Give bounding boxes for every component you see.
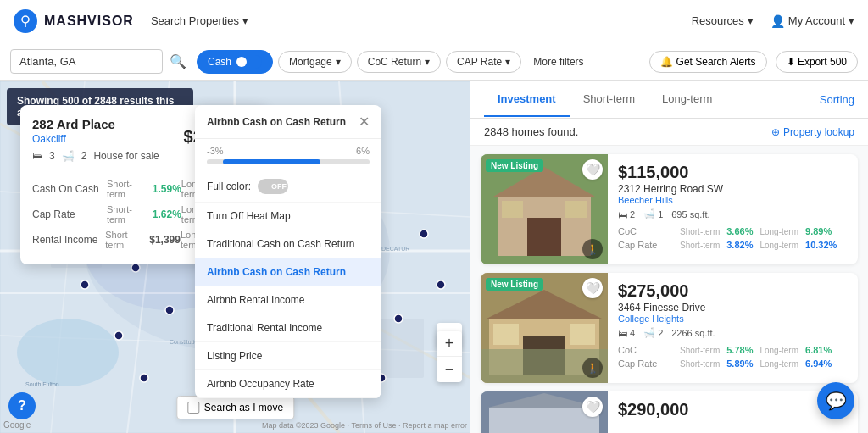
circle-icon: ⊕ <box>771 126 780 138</box>
listing-heart-button-1[interactable]: 🤍 <box>582 278 603 298</box>
card-neighborhood[interactable]: Oakcliff <box>32 133 159 145</box>
tab-short-term[interactable]: Short-term <box>570 82 648 117</box>
listing-price-1: $275,000 <box>618 281 848 301</box>
search-as-move-checkbox[interactable] <box>187 402 199 414</box>
coc-return-filter-button[interactable]: CoC Return ▾ <box>357 51 441 73</box>
location-input[interactable] <box>10 49 163 74</box>
listing-image-0: 🤍 New Listing 🚶 <box>481 154 608 264</box>
stat-label-rent: Rental Income <box>32 234 105 246</box>
svg-rect-56 <box>502 201 523 218</box>
dropdown-item-4[interactable]: Traditional Rental Income <box>195 314 381 342</box>
zoom-in-button[interactable]: + <box>437 331 462 357</box>
listing-heart-button-0[interactable]: 🤍 <box>582 159 603 180</box>
svg-rect-63 <box>570 324 595 345</box>
dropdown-item-5[interactable]: Listing Price <box>195 342 381 370</box>
listing-specs-0: 🛏 2 🛁 1 695 sq.ft. <box>618 208 848 219</box>
google-logo: Google <box>3 420 31 430</box>
card-left: 282 Ard Place Oakcliff 🛏 3 🛁 2 House for… <box>32 117 159 169</box>
cash-label: Cash <box>208 56 231 68</box>
get-search-alerts-button[interactable]: 🔔 Get Search Alerts <box>649 51 767 73</box>
stat-short-coc: Short-term 1.59% <box>107 179 181 199</box>
header: MASHVISOR Search Properties ▾ Resources … <box>0 0 868 42</box>
download-icon: ⬇ <box>787 56 795 68</box>
walk-score-button-1[interactable]: 🚶 <box>582 358 603 378</box>
bath-icon-1: 🛁 <box>643 327 655 338</box>
more-filters-button[interactable]: More filters <box>526 52 590 72</box>
export-button[interactable]: ⬇ Export 500 <box>776 51 858 73</box>
stat-short-rent: Short-term $1,399 <box>105 230 181 250</box>
bath-icon: 🛁 <box>62 150 75 162</box>
my-account-nav[interactable]: 👤 My Account ▾ <box>771 14 854 28</box>
zoom-out-button[interactable]: − <box>437 357 462 382</box>
listing-heart-button-2[interactable]: 🤍 <box>582 397 603 417</box>
sorting-button[interactable]: Sorting <box>820 93 854 106</box>
range-labels: -3% 6% <box>207 146 370 156</box>
range-bar-container: -3% 6% <box>195 139 381 171</box>
metric-long-cap-1: 6.94% <box>805 358 832 369</box>
dropdown-item-0[interactable]: Turn Off Heat Map <box>195 203 381 230</box>
search-properties-nav[interactable]: Search Properties ▾ <box>151 14 248 27</box>
dropdown-close-button[interactable]: ✕ <box>359 114 370 130</box>
listing-address-0: 2312 Herring Road SW <box>618 183 848 195</box>
logo[interactable]: MASHVISOR <box>14 9 134 33</box>
filter-buttons: Cash Mortgage ▾ CoC Return ▾ CAP Rate ▾ … <box>197 50 591 74</box>
tab-investment[interactable]: Investment <box>484 82 570 117</box>
map-zoom-controls: + − <box>437 331 462 382</box>
bed-icon: 🛏 <box>32 150 42 162</box>
search-bar: 🔍 Cash Mortgage ▾ CoC Return ▾ CAP Rate … <box>0 42 868 81</box>
listing-specs-1: 🛏 4 🛁 2 2266 sq.ft. <box>618 327 848 338</box>
svg-rect-57 <box>565 201 587 218</box>
walk-score-button-0[interactable]: 🚶 <box>582 239 603 259</box>
full-color-toggle[interactable]: OFF <box>258 179 288 194</box>
resources-nav[interactable]: Resources ▾ <box>692 14 754 27</box>
listing-sqft-0: 695 sq.ft. <box>671 208 709 219</box>
dropdown-item-2[interactable]: Airbnb Cash on Cash Return <box>195 258 381 286</box>
card-meta: 🛏 3 🛁 2 House for sale <box>32 150 159 162</box>
svg-text:South Fulton: South Fulton <box>25 381 59 387</box>
cap-rate-filter-button[interactable]: CAP Rate ▾ <box>446 51 521 73</box>
search-button[interactable]: 🔍 <box>170 53 186 69</box>
listing-neighborhood-0[interactable]: Beecher Hills <box>618 195 848 205</box>
svg-text:DECATUR: DECATUR <box>381 246 409 252</box>
help-button[interactable]: ? <box>8 392 36 419</box>
listing-address-1: 3464 Finesse Drive <box>618 302 848 314</box>
toggle-label: Full color: <box>207 180 251 192</box>
svg-point-47 <box>140 374 148 382</box>
mortgage-filter-button[interactable]: Mortgage ▾ <box>278 51 352 73</box>
dropdown-item-6[interactable]: Airbnb Occupancy Rate <box>195 370 381 398</box>
metric-label-coc-1: CoC <box>618 345 673 355</box>
main-content: ATLANTA South Fulton Constitution DECATU… <box>0 81 868 433</box>
metric-label-cap-1: Cap Rate <box>618 358 673 369</box>
listings-container: 🤍 New Listing 🚶 $115,000 2312 Herring Ro… <box>470 146 868 433</box>
logo-icon <box>14 9 37 33</box>
listing-image-1: 🤍 New Listing 🚶 <box>481 273 608 383</box>
map-attribution: Map data ©2023 Google · Terms of Use · R… <box>262 421 467 430</box>
metric-label-cap-0: Cap Rate <box>618 240 673 250</box>
metric-long-cap-0: 10.32% <box>805 240 837 250</box>
search-as-move-button[interactable]: Search as I move <box>176 396 294 419</box>
property-lookup-button[interactable]: ⊕ Property lookup <box>771 126 854 138</box>
tab-long-term[interactable]: Long-term <box>648 82 726 117</box>
listing-metrics-0: CoC Short-term 3.66% Long-term 9.89% Cap… <box>618 225 848 252</box>
cash-toggle[interactable] <box>235 55 262 69</box>
dropdown-item-1[interactable]: Traditional Cash on Cash Return <box>195 230 381 258</box>
metric-short-coc-1: 5.78% <box>726 345 753 355</box>
dropdown-item-3[interactable]: Airbnb Rental Income <box>195 286 381 314</box>
map-container[interactable]: ATLANTA South Fulton Constitution DECATU… <box>0 81 470 433</box>
full-color-toggle-row: Full color: OFF <box>195 171 381 203</box>
account-icon: 👤 <box>771 14 785 28</box>
stat-label-cap: Cap Rate <box>32 208 107 220</box>
svg-point-38 <box>394 314 403 323</box>
metric-short-coc-0: 3.66% <box>726 226 753 236</box>
metric-coc-1: CoC Short-term 5.78% Long-term 6.81% <box>618 343 848 357</box>
metric-long-coc-1: 6.81% <box>805 345 832 355</box>
listing-beds-0: 🛏 2 <box>618 208 635 219</box>
metric-cap-1: Cap Rate Short-term 5.89% Long-term 6.94… <box>618 357 848 370</box>
cash-filter-button[interactable]: Cash <box>197 50 273 74</box>
listing-baths-1: 🛁 2 <box>643 327 663 338</box>
header-right: Resources ▾ 👤 My Account ▾ <box>692 14 854 28</box>
metric-long-coc-0: 9.89% <box>805 226 832 236</box>
chat-fab-button[interactable]: 💬 <box>817 382 854 419</box>
listing-neighborhood-1[interactable]: College Heights <box>618 314 848 324</box>
logo-text: MASHVISOR <box>44 14 134 29</box>
